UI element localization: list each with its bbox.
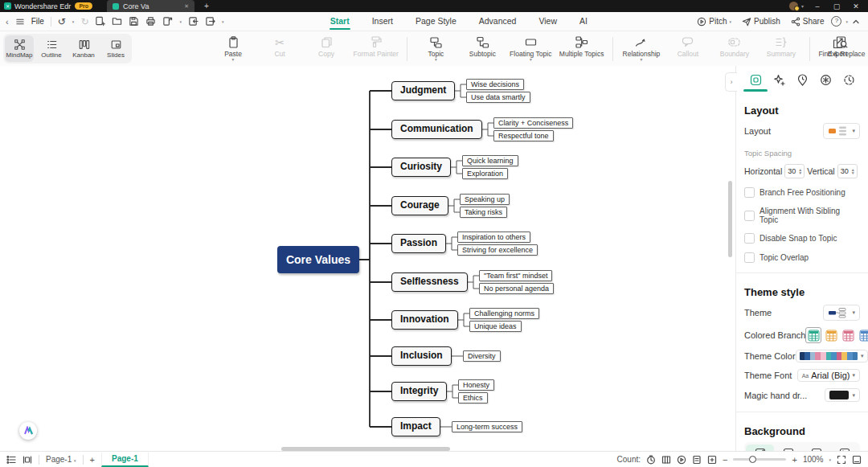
topic-judgment[interactable]: Judgment bbox=[391, 81, 455, 100]
check-disable-snap[interactable]: Disable Snap to Topic bbox=[744, 233, 860, 244]
mindmap-canvas[interactable]: Core ValuesJudgmentWise decisionsUse dat… bbox=[0, 66, 735, 452]
avatar-chevron-icon[interactable]: ▾ bbox=[801, 3, 804, 9]
subtopic-node[interactable]: Speaking up bbox=[460, 194, 510, 205]
colored-branch-option-1[interactable] bbox=[805, 327, 821, 343]
view-outline[interactable]: Outline bbox=[37, 35, 66, 62]
hamburger-icon[interactable] bbox=[15, 17, 25, 27]
topic-curiosity[interactable]: Curiosity bbox=[391, 158, 451, 177]
print-icon[interactable] bbox=[145, 16, 156, 27]
multiple-topics-button[interactable]: Multiple Topics bbox=[556, 35, 607, 63]
subtopic-node[interactable]: Taking risks bbox=[460, 207, 507, 218]
colored-branch-option-2[interactable] bbox=[824, 328, 838, 342]
pitch-button[interactable]: Pitch▾ bbox=[694, 17, 735, 27]
checkbox[interactable] bbox=[744, 187, 755, 198]
zoom-chevron-icon[interactable]: ▾ bbox=[829, 457, 831, 462]
topic-selflessness[interactable]: Selflessness bbox=[391, 272, 468, 292]
zoom-out-button[interactable]: − bbox=[723, 455, 727, 465]
timer-icon[interactable] bbox=[646, 455, 656, 465]
tab-ai-beautify[interactable] bbox=[770, 73, 788, 87]
colored-branch-option-4[interactable] bbox=[858, 328, 868, 342]
root-topic-core-values[interactable]: Core Values bbox=[277, 246, 359, 273]
horizontal-spacing-stepper[interactable]: ▲▼ bbox=[784, 164, 805, 178]
view-slides[interactable]: Slides bbox=[101, 35, 130, 62]
vertical-scrollbar[interactable] bbox=[728, 181, 732, 257]
menu-insert[interactable]: Insert bbox=[361, 12, 404, 31]
check-branch-free-positioning[interactable]: Branch Free Positioning bbox=[744, 187, 860, 198]
fullscreen-icon[interactable] bbox=[837, 455, 846, 465]
layout-dropdown[interactable]: ▾ bbox=[823, 123, 860, 139]
subtopic-node[interactable]: Use data smartly bbox=[466, 92, 530, 103]
help-icon[interactable]: ? bbox=[831, 16, 841, 27]
subtopic-node[interactable]: Honesty bbox=[458, 379, 494, 391]
topic-button[interactable]: Topic▾ bbox=[413, 35, 458, 63]
open-folder-icon[interactable] bbox=[112, 16, 122, 27]
view-kanban[interactable]: Kanban bbox=[69, 35, 98, 62]
floating-topic-button[interactable]: Floating Topic▾ bbox=[506, 35, 555, 63]
tab-style[interactable] bbox=[747, 73, 764, 87]
user-avatar[interactable] bbox=[789, 2, 798, 10]
zoom-level[interactable]: 100% bbox=[803, 455, 824, 464]
share-document-icon[interactable] bbox=[162, 16, 173, 27]
checkbox[interactable] bbox=[744, 252, 755, 263]
vertical-spacing-stepper[interactable]: ▲▼ bbox=[837, 164, 858, 178]
topic-impact[interactable]: Impact bbox=[391, 417, 440, 436]
topic-courage[interactable]: Courage bbox=[391, 196, 448, 215]
subtopic-node[interactable]: Clarity + Conciseness bbox=[493, 117, 573, 129]
view-mindmap[interactable]: MindMap bbox=[5, 35, 34, 62]
close-button[interactable]: ✕ bbox=[850, 2, 862, 10]
subtopic-node[interactable]: Quick learning bbox=[462, 155, 518, 166]
share-document-chevron-icon[interactable]: ▾ bbox=[179, 19, 182, 24]
page-selector-dropdown[interactable]: Page-1 ▾ bbox=[46, 455, 76, 464]
columns-icon[interactable] bbox=[661, 455, 671, 465]
subtopic-node[interactable]: Challenging norms bbox=[469, 308, 539, 319]
export-button[interactable]: Export bbox=[815, 35, 860, 63]
tab-history[interactable] bbox=[840, 73, 858, 87]
checkbox[interactable] bbox=[744, 211, 755, 221]
colored-branch-option-3[interactable] bbox=[841, 328, 855, 342]
subtopic-node[interactable]: Ethics bbox=[458, 392, 488, 404]
relationship-button[interactable]: Relationship▾ bbox=[619, 35, 664, 63]
minimize-button[interactable]: – bbox=[812, 2, 823, 10]
topic-innovation[interactable]: Innovation bbox=[391, 310, 458, 330]
subtopic-node[interactable]: "Team first" mindset bbox=[479, 270, 552, 281]
help-chevron-icon[interactable]: ▾ bbox=[845, 19, 848, 24]
tab-map-pin[interactable] bbox=[793, 73, 811, 87]
subtopic-node[interactable]: Unique ideas bbox=[469, 321, 522, 332]
theme-font-dropdown[interactable]: Aa Arial (Big) ▾ bbox=[797, 369, 860, 382]
topic-inclusion[interactable]: Inclusion bbox=[391, 346, 452, 366]
theme-color-dropdown[interactable]: ▾ bbox=[796, 350, 868, 363]
note-icon[interactable] bbox=[692, 455, 702, 465]
new-document-icon[interactable] bbox=[95, 16, 105, 27]
play-circle-icon[interactable] bbox=[677, 455, 686, 465]
paste-button[interactable]: Paste▾ bbox=[211, 35, 256, 63]
tab-theme-flower[interactable] bbox=[817, 73, 834, 87]
add-page-button[interactable]: + bbox=[90, 455, 95, 465]
subtopic-node[interactable]: Wise decisions bbox=[466, 79, 524, 90]
subtopic-node[interactable]: Diversity bbox=[463, 350, 501, 362]
stepper-arrows-icon[interactable]: ▲▼ bbox=[798, 168, 804, 174]
menu-page-style[interactable]: Page Style bbox=[404, 12, 468, 31]
add-widget-icon[interactable] bbox=[707, 455, 717, 465]
check-topic-overlap[interactable]: Topic Overlap bbox=[744, 252, 860, 263]
subtopic-node[interactable]: No personal agenda bbox=[479, 283, 554, 294]
zoom-slider-knob[interactable] bbox=[749, 456, 756, 463]
checkbox[interactable] bbox=[744, 233, 755, 244]
stepper-arrows-icon[interactable]: ▲▼ bbox=[851, 168, 857, 174]
menu-advanced[interactable]: Advanced bbox=[468, 12, 528, 31]
undo-icon[interactable]: ↺ bbox=[58, 16, 66, 27]
subtopic-node[interactable]: Respectful tone bbox=[493, 130, 554, 141]
publish-button[interactable]: Publish bbox=[739, 17, 784, 27]
collapse-bottom-icon[interactable] bbox=[852, 455, 862, 465]
menu-start[interactable]: Start bbox=[319, 12, 361, 31]
file-menu[interactable]: File bbox=[31, 17, 44, 26]
subtopic-node[interactable]: Exploration bbox=[462, 168, 508, 179]
zoom-slider[interactable] bbox=[733, 458, 786, 461]
topic-integrity[interactable]: Integrity bbox=[391, 382, 447, 401]
panel-collapse-button[interactable]: › bbox=[725, 72, 737, 92]
subtopic-button[interactable]: Subtopic bbox=[460, 35, 505, 63]
maximize-button[interactable]: ▢ bbox=[831, 2, 842, 10]
theme-dropdown[interactable]: ▾ bbox=[823, 305, 860, 321]
back-icon[interactable]: ‹ bbox=[6, 17, 9, 27]
share-button[interactable]: Share bbox=[788, 17, 828, 27]
page-tab-page-1[interactable]: Page-1 bbox=[101, 453, 149, 467]
